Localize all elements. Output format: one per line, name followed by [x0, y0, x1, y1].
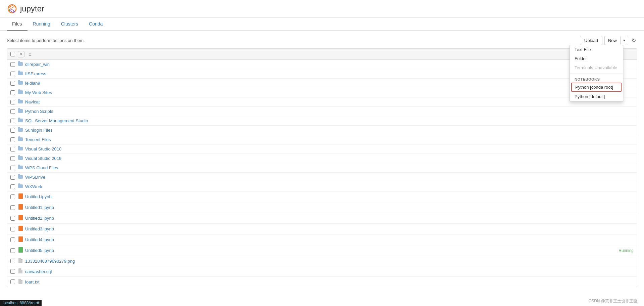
file-checkbox[interactable] [10, 259, 15, 263]
refresh-button[interactable]: ↻ [630, 36, 637, 45]
file-checkbox[interactable] [10, 175, 15, 180]
jupyter-logo-icon [7, 3, 17, 14]
file-rows-container: dllrepair_winIISExpressleidian9My Web Si… [7, 60, 637, 287]
notebook-icon [18, 236, 23, 243]
file-link[interactable]: WXWork [25, 184, 42, 189]
file-icon [18, 258, 23, 264]
file-row: carwasher.sql [7, 266, 637, 277]
file-link[interactable]: Untitled3.ipynb [25, 226, 54, 231]
file-link[interactable]: Navicat [25, 99, 40, 104]
file-link[interactable]: IISExpress [25, 71, 46, 76]
new-button-text[interactable]: New [605, 36, 620, 45]
folder-icon [18, 99, 23, 104]
file-checkbox[interactable] [10, 81, 15, 86]
file-checkbox[interactable] [10, 205, 15, 210]
file-checkbox[interactable] [10, 137, 15, 142]
notebook-icon [18, 204, 23, 211]
file-link[interactable]: carwasher.sql [25, 269, 52, 274]
folder-icon [18, 81, 23, 86]
file-checkbox[interactable] [10, 147, 15, 151]
file-row-content: Untitled3.ipynb [18, 226, 634, 232]
file-checkbox[interactable] [10, 156, 15, 161]
file-row: Untitled5.ipynbRunning [7, 245, 637, 256]
file-row-content: Visual Studio 2019 [18, 156, 634, 161]
folder-icon [18, 128, 23, 133]
file-checkbox[interactable] [10, 166, 15, 170]
file-checkbox[interactable] [10, 227, 15, 231]
svg-point-0 [8, 5, 16, 13]
file-link[interactable]: Tencent Files [25, 137, 51, 142]
new-button-caret[interactable]: ▾ [620, 37, 628, 44]
tabs-bar: Files Running Clusters Conda [0, 18, 644, 31]
svg-point-5 [9, 9, 10, 11]
svg-point-3 [9, 5, 11, 7]
tab-clusters[interactable]: Clusters [56, 18, 84, 31]
file-checkbox[interactable] [10, 184, 15, 189]
file-link[interactable]: SQL Server Management Studio [25, 118, 88, 123]
dropdown-item-folder[interactable]: Folder [570, 54, 623, 63]
file-row-content: leidian9 [18, 81, 634, 86]
file-row: IISExpress [7, 69, 637, 79]
select-all-checkbox[interactable] [10, 52, 15, 56]
file-link[interactable]: Untitled1.ipynb [25, 205, 54, 210]
file-link[interactable]: 13332846879690279.png [25, 259, 75, 264]
home-button[interactable]: ⌂ [27, 51, 33, 57]
file-row-content: Untitled4.ipynb [18, 236, 634, 243]
new-button-group: New ▾ [604, 36, 628, 45]
file-row-content: IISExpress [18, 71, 634, 76]
folder-icon [18, 146, 23, 151]
tab-conda[interactable]: Conda [84, 18, 108, 31]
file-link[interactable]: Python Scripts [25, 109, 53, 114]
file-checkbox[interactable] [10, 216, 15, 221]
file-link[interactable]: Untitled4.ipynb [25, 237, 54, 242]
file-checkbox[interactable] [10, 194, 15, 199]
dropdown-notebooks-header: Notebooks [570, 75, 623, 82]
file-link[interactable]: Visual Studio 2019 [25, 156, 61, 161]
file-checkbox[interactable] [10, 72, 15, 76]
file-link[interactable]: Visual Studio 2010 [25, 146, 61, 151]
file-checkbox[interactable] [10, 119, 15, 123]
file-checkbox[interactable] [10, 248, 15, 253]
file-link[interactable]: leidian9 [25, 81, 40, 86]
file-checkbox[interactable] [10, 100, 15, 104]
tab-running[interactable]: Running [28, 18, 56, 31]
dropdown-item-text-file[interactable]: Text File [570, 45, 623, 54]
file-checkbox[interactable] [10, 109, 15, 114]
file-link[interactable]: WPSDrive [25, 175, 45, 180]
file-link[interactable]: Sunlogin Files [25, 128, 53, 133]
folder-icon [18, 109, 23, 114]
notebook-icon [18, 193, 23, 200]
upload-button[interactable]: Upload [580, 36, 602, 45]
file-checkbox[interactable] [10, 90, 15, 95]
file-link[interactable]: Untitled.ipynb [25, 194, 52, 199]
file-row: loart.txt [7, 277, 637, 287]
file-checkbox[interactable] [10, 237, 15, 242]
file-row-content: SQL Server Management Studio [18, 118, 634, 123]
sort-button[interactable]: ▾ [18, 51, 24, 57]
toolbar: Select items to perform actions on them.… [7, 36, 637, 45]
file-row: WPS Cloud Files [7, 163, 637, 173]
file-row: dllrepair_win [7, 60, 637, 69]
file-link[interactable]: Untitled5.ipynb [25, 248, 54, 253]
file-checkbox[interactable] [10, 269, 15, 274]
file-row: Python Scripts [7, 107, 637, 116]
file-link[interactable]: WPS Cloud Files [25, 165, 58, 170]
file-list-header: ▾ ⌂ [7, 49, 637, 60]
file-row: Untitled1.ipynb [7, 202, 637, 213]
file-list: ▾ ⌂ dllrepair_winIISExpressleidian9My We… [7, 48, 637, 287]
dropdown-item-python-conda-root[interactable]: Python [conda root] [571, 83, 622, 92]
file-row-content: My Web Sites [18, 90, 634, 95]
tab-files[interactable]: Files [7, 18, 28, 31]
file-checkbox[interactable] [10, 62, 15, 67]
file-link[interactable]: dllrepair_win [25, 62, 50, 67]
file-checkbox[interactable] [10, 279, 15, 284]
file-row-content: Untitled5.ipynbRunning [18, 247, 634, 254]
file-link[interactable]: My Web Sites [25, 90, 52, 95]
dropdown-item-python-default[interactable]: Python [default] [570, 92, 623, 101]
file-link[interactable]: loart.txt [25, 279, 40, 285]
file-row: Untitled2.ipynb [7, 213, 637, 224]
file-checkbox[interactable] [10, 128, 15, 133]
file-link[interactable]: Untitled2.ipynb [25, 216, 54, 221]
file-row-content: Untitled.ipynb [18, 193, 634, 200]
file-row-content: WPS Cloud Files [18, 165, 634, 170]
